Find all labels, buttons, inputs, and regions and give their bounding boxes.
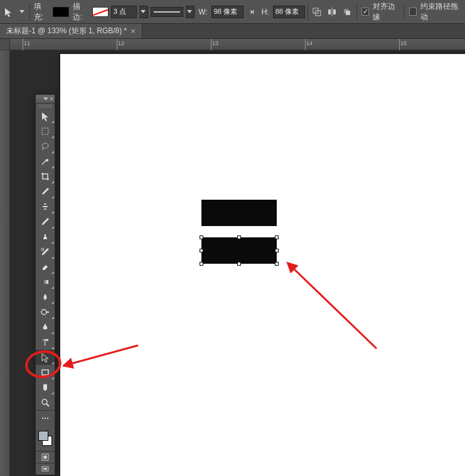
options-bar: 填充: 描边: 3 点 W: 98 像素 H: 88 像素 对齐边缘 约束路径拖… bbox=[0, 0, 465, 24]
height-label: H: bbox=[262, 8, 269, 16]
color-swatches[interactable] bbox=[36, 428, 55, 451]
panel-collapse-icon[interactable] bbox=[43, 97, 48, 100]
stroke-label: 描边: bbox=[73, 1, 88, 23]
svg-rect-11 bbox=[42, 280, 48, 284]
svg-rect-14 bbox=[42, 370, 48, 375]
svg-rect-6 bbox=[346, 11, 350, 15]
height-field[interactable]: 88 像素 bbox=[273, 6, 306, 18]
handle-mid-right[interactable] bbox=[275, 249, 279, 252]
svg-point-18 bbox=[47, 418, 48, 419]
edit-toolbar-icon[interactable] bbox=[36, 411, 55, 426]
width-label: W: bbox=[198, 8, 207, 16]
ruler-corner bbox=[0, 39, 10, 50]
svg-point-17 bbox=[45, 418, 46, 419]
constrain-checkbox-row[interactable]: 约束路径拖动 bbox=[409, 1, 462, 23]
tab-title: 未标题-1 @ 133% (矩形 1, RGB/8) * bbox=[6, 26, 127, 36]
healing-brush-tool[interactable] bbox=[36, 199, 55, 214]
svg-rect-3 bbox=[333, 9, 336, 14]
svg-text:T: T bbox=[43, 338, 48, 347]
quick-mask-icon[interactable] bbox=[36, 452, 55, 463]
fill-label: 填充: bbox=[34, 1, 50, 23]
document-tab[interactable]: 未标题-1 @ 133% (矩形 1, RGB/8) * × bbox=[0, 24, 142, 38]
handle-bottom-mid[interactable] bbox=[237, 262, 241, 266]
pen-tool[interactable] bbox=[36, 320, 55, 335]
document-canvas[interactable] bbox=[60, 54, 465, 476]
constrain-label: 约束路径拖动 bbox=[420, 1, 461, 23]
align-edges-label: 对齐边缘 bbox=[373, 1, 400, 23]
history-brush-tool[interactable] bbox=[36, 244, 55, 259]
align-edges-checkbox[interactable] bbox=[361, 8, 369, 16]
crop-tool[interactable] bbox=[36, 169, 55, 184]
move-tool[interactable] bbox=[36, 109, 55, 124]
handle-top-left[interactable] bbox=[200, 235, 203, 239]
document-tab-bar: 未标题-1 @ 133% (矩形 1, RGB/8) * × bbox=[0, 24, 465, 39]
eraser-tool[interactable] bbox=[36, 259, 55, 274]
vertical-ruler bbox=[0, 50, 10, 476]
marquee-tool[interactable] bbox=[36, 124, 55, 139]
dodge-tool[interactable] bbox=[36, 305, 55, 320]
path-align-icon[interactable] bbox=[326, 5, 338, 19]
fill-swatch[interactable] bbox=[53, 7, 69, 17]
lasso-tool[interactable] bbox=[36, 139, 55, 154]
stroke-swatch[interactable] bbox=[92, 7, 109, 17]
horizontal-ruler: 11 12 13 14 15 bbox=[10, 39, 465, 50]
eyedropper-tool[interactable] bbox=[36, 184, 55, 199]
path-combine-icon[interactable] bbox=[311, 5, 323, 19]
zoom-tool[interactable] bbox=[36, 395, 55, 410]
path-selection-tool[interactable] bbox=[36, 350, 55, 365]
panel-grip[interactable] bbox=[36, 104, 55, 109]
rectangle-tool[interactable] bbox=[36, 365, 55, 380]
shape-rect-1[interactable] bbox=[201, 200, 277, 226]
handle-top-right[interactable] bbox=[275, 235, 279, 239]
handle-top-mid[interactable] bbox=[237, 235, 241, 239]
link-wh-icon[interactable] bbox=[246, 6, 257, 18]
handle-bottom-left[interactable] bbox=[200, 262, 203, 266]
handle-bottom-right[interactable] bbox=[275, 262, 279, 266]
svg-rect-2 bbox=[328, 9, 331, 14]
path-selection-mode-icon[interactable] bbox=[3, 5, 15, 19]
stroke-style-dropdown[interactable] bbox=[151, 7, 183, 17]
svg-rect-22 bbox=[43, 468, 47, 470]
hand-tool[interactable] bbox=[36, 380, 55, 395]
stroke-width-dropdown[interactable] bbox=[139, 6, 149, 18]
svg-point-20 bbox=[43, 455, 47, 459]
handle-mid-left[interactable] bbox=[200, 249, 203, 252]
shape-rect-2-selected[interactable] bbox=[201, 237, 277, 264]
align-edges-checkbox-row[interactable]: 对齐边缘 bbox=[361, 1, 401, 23]
svg-rect-9 bbox=[43, 206, 48, 207]
svg-point-8 bbox=[42, 143, 48, 148]
gradient-tool[interactable] bbox=[36, 274, 55, 289]
svg-rect-7 bbox=[42, 128, 48, 134]
stroke-style-arrow[interactable] bbox=[186, 6, 195, 18]
magic-wand-tool[interactable] bbox=[36, 154, 55, 169]
svg-point-10 bbox=[41, 248, 44, 251]
svg-point-15 bbox=[42, 399, 47, 404]
blur-tool[interactable] bbox=[36, 289, 55, 305]
panel-header: × bbox=[36, 95, 55, 104]
width-field[interactable]: 98 像素 bbox=[211, 6, 244, 18]
canvas-area bbox=[10, 50, 465, 476]
clone-stamp-tool[interactable] bbox=[36, 229, 55, 244]
tools-panel: × bbox=[35, 94, 55, 475]
foreground-color-swatch[interactable] bbox=[38, 431, 48, 441]
svg-point-12 bbox=[41, 310, 46, 315]
constrain-checkbox[interactable] bbox=[409, 8, 417, 16]
path-arrange-icon[interactable] bbox=[341, 5, 353, 19]
panel-close-icon[interactable]: × bbox=[50, 96, 53, 102]
type-tool[interactable]: T bbox=[36, 335, 55, 350]
stroke-width-field[interactable]: 3 点 bbox=[111, 6, 137, 18]
svg-point-16 bbox=[42, 418, 43, 419]
screen-mode-icon[interactable] bbox=[36, 463, 55, 475]
brush-tool[interactable] bbox=[36, 214, 55, 229]
tab-close-icon[interactable]: × bbox=[131, 26, 136, 36]
mode-dropdown[interactable] bbox=[18, 6, 27, 18]
